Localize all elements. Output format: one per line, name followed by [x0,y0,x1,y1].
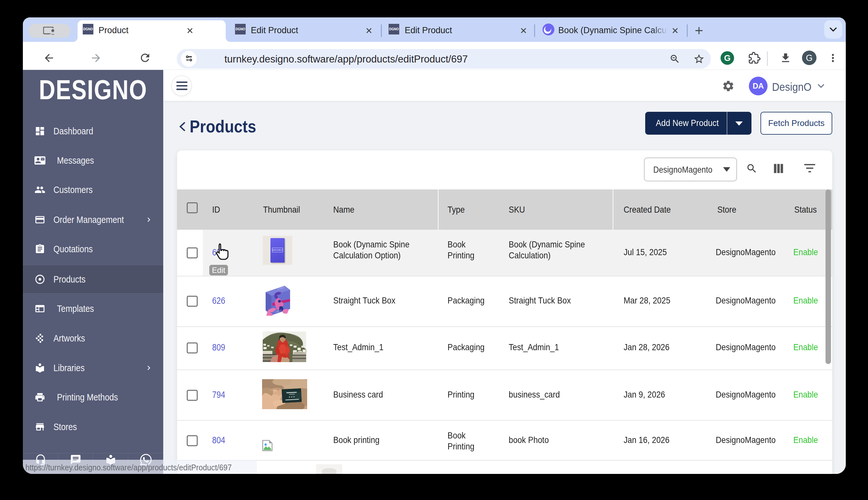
svg-text:G: G [806,53,813,63]
svg-text:G: G [724,53,730,63]
